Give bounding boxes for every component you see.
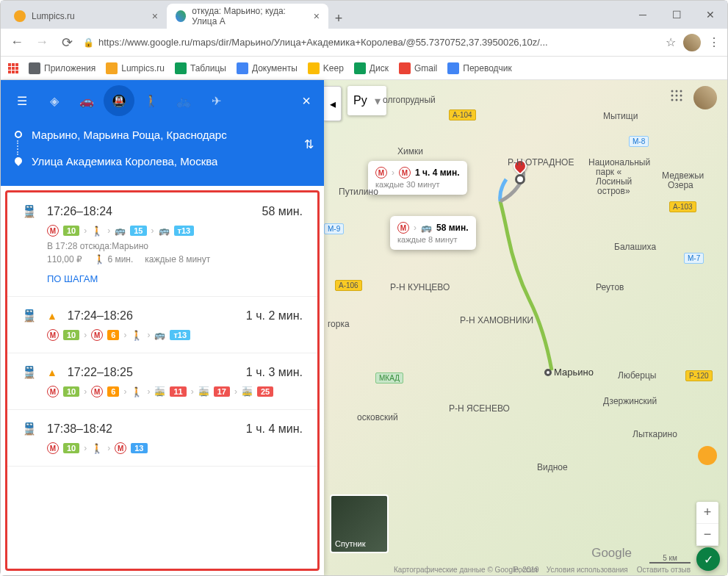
metro-icon: M [91,329,103,341]
svg-point-3 [671,95,674,97]
apps-icon[interactable] [8,63,18,73]
satellite-toggle[interactable]: Спутник [330,494,389,553]
route-meta: 110,00 ₽🚶 6 мин.каждые 8 минут [47,254,303,264]
road-label: М-8 [629,136,649,147]
line-badge: т13 [170,330,190,340]
bookmark-item[interactable]: Приложения [29,62,95,74]
bookmark-icon [237,62,248,74]
route-time: 17:22–18:25 [68,366,133,379]
browser-tab-active[interactable]: откуда: Марьино; куда: Улица А × [167,4,328,29]
metro-icon: M [47,442,59,454]
reload-button[interactable]: ⟳ [58,34,76,51]
place-label: Химки [397,146,423,156]
map-avatar[interactable] [693,86,717,109]
google-logo: Google [591,546,632,561]
train-icon: 🚆 [22,365,37,380]
line-badge: 17 [214,386,230,397]
swap-button[interactable]: ⇅ [304,137,314,151]
route-callout-main[interactable]: M›🚌58 мин. каждые 8 минут [390,216,476,250]
menu-button[interactable]: ☰ [7,85,37,116]
address-bar: ← → ⟳ 🔒 https://www.google.ru/maps/dir/М… [1,29,727,57]
url-input[interactable]: 🔒 https://www.google.ru/maps/dir/Марьино… [83,37,658,48]
google-apps-button[interactable] [670,89,683,105]
svg-point-4 [676,95,678,97]
close-directions-button[interactable]: × [295,93,318,109]
attr-terms[interactable]: Условия использования [547,566,628,574]
minimize-button[interactable]: ─ [626,1,660,29]
mode-transit[interactable]: 🚇 [104,85,134,116]
train-icon: 🚆 [22,204,37,219]
dropdown-icon[interactable]: ▾ [375,94,381,108]
bookmark-item[interactable]: Переводчик [447,62,512,74]
favicon-icon [14,10,26,22]
route-legs: M10›🚶›🚌15›🚌т13 [47,225,303,237]
metro-icon: M [375,167,387,179]
pegman-button[interactable] [698,446,717,465]
favicon-icon [176,10,186,22]
route-duration: 58 мин. [262,205,303,218]
place-label: Р-Н ХАМОВНИКИ [460,315,533,325]
route-time: 17:24–18:26 [68,309,133,323]
zoom-in-button[interactable]: + [696,502,718,524]
profile-avatar[interactable] [683,34,701,51]
line-badge: 13 [131,443,147,453]
adguard-badge[interactable]: ✓ [696,547,720,571]
alert-icon: ▲ [47,367,57,378]
map-canvas[interactable]: ◂ Ру ▾ M›M1 ч. 4 мин. каждые 30 минут M›… [324,80,727,575]
bus-icon: 🚌 [159,226,170,236]
tab-title: Lumpics.ru [32,11,75,21]
route-callout-alt[interactable]: M›M1 ч. 4 мин. каждые 30 минут [368,161,467,195]
walk-icon: 🚶 [91,226,103,237]
star-icon[interactable]: ☆ [666,35,676,49]
new-tab-button[interactable]: + [328,8,349,29]
tram-icon: 🚋 [242,386,253,397]
origin-field[interactable]: Марьино, Марьина Роща, Краснодарс [14,121,311,148]
attr-country[interactable]: Россия [513,566,538,574]
mode-best[interactable]: ◈ [39,85,70,116]
place-label: Люберцы [618,370,656,381]
back-button[interactable]: ← [8,34,26,51]
mode-bike[interactable]: 🚲 [168,85,199,116]
bookmark-item[interactable]: Keep [308,62,344,74]
route-time: 17:38–18:42 [47,422,112,436]
bookmark-item[interactable]: Lumpics.ru [106,62,165,74]
zoom-controls: + − [696,502,718,546]
place-label: Балашиха [614,242,656,252]
maximize-button[interactable]: ☐ [660,1,693,29]
bus-icon: 🚌 [421,223,432,233]
attr-feedback[interactable]: Оставить отзыв [637,566,691,574]
bookmark-item[interactable]: Диск [354,62,389,74]
menu-icon[interactable]: ⋮ [708,35,720,49]
mode-flight[interactable]: ✈ [201,85,231,116]
bookmark-item[interactable]: Gmail [399,62,437,74]
mode-walk[interactable]: 🚶 [136,85,167,116]
svg-point-2 [680,90,682,93]
close-icon[interactable]: × [314,10,320,22]
walk-icon: 🚶 [131,386,143,397]
place-label: Национальный [588,157,650,168]
route-option[interactable]: 🚆17:26–18:2458 мин.M10›🚶›🚌15›🚌т13В 17:28… [7,192,317,297]
forward-button[interactable]: → [33,34,51,51]
collapse-sidebar-button[interactable]: ◂ [324,86,342,121]
metro-icon: M [91,386,103,397]
route-departure: В 17:28 отсюда:Марьино [47,241,303,251]
map-search-box[interactable]: Ру ▾ [347,86,386,115]
destination-field[interactable]: Улица Академика Королева, Москва [14,148,311,174]
window-controls: ─ ☐ ✕ [626,1,727,29]
directions-header: ☰ ◈ 🚗 🚇 🚶 🚲 ✈ × Марьино, Марьина Роща, К… [1,80,324,186]
mode-car[interactable]: 🚗 [71,85,102,116]
callout-duration: 58 мин. [436,223,469,233]
route-option[interactable]: 🚆▲17:24–18:261 ч. 2 мин.M10›M6›🚶›🚌т13 [7,297,317,353]
route-option[interactable]: 🚆17:38–18:421 ч. 4 мин.M10›🚶›M13 [7,410,317,467]
bus-icon: 🚌 [154,330,165,340]
close-icon[interactable]: × [152,10,158,22]
bookmark-item[interactable]: Документы [237,62,298,74]
route-option[interactable]: 🚆▲17:22–18:251 ч. 3 мин.M10›M6›🚶›🚋11›🚋17… [7,353,317,410]
close-button[interactable]: ✕ [693,1,727,29]
zoom-out-button[interactable]: − [696,524,718,546]
bookmark-item[interactable]: Таблицы [175,62,226,74]
line-badge: 25 [257,386,273,397]
origin-label[interactable]: Марьино [544,367,594,378]
steps-button[interactable]: ПО ШАГАМ [47,273,303,284]
browser-tab[interactable]: Lumpics.ru × [5,4,167,29]
